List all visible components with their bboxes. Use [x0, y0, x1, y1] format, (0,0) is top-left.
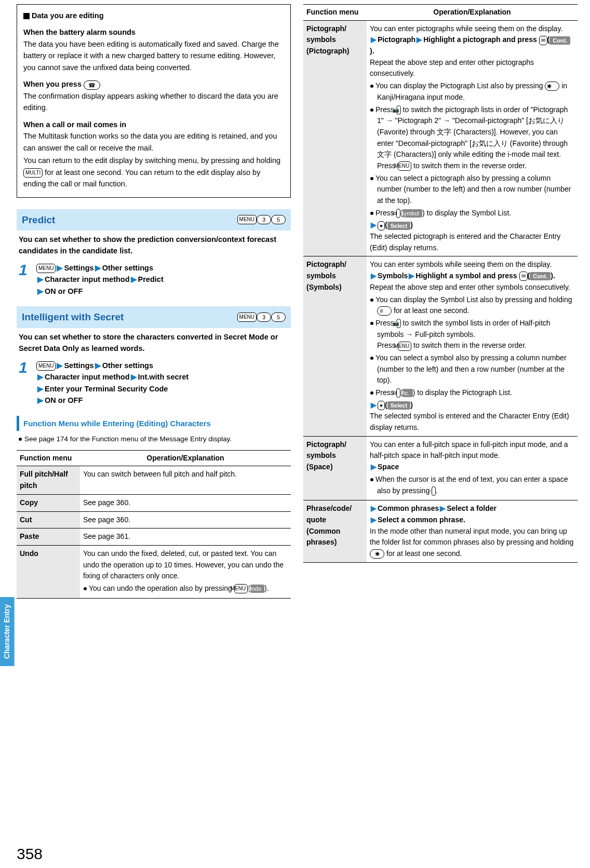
hash-key-icon: # — [377, 306, 392, 316]
arrow-icon: ▶ — [130, 275, 138, 283]
arrow-icon: ▶ — [370, 463, 378, 471]
table-row: Pictograph/ symbols (Pictograph) You can… — [303, 20, 578, 256]
predict-title: Predict — [22, 212, 55, 227]
arrow-icon: ▶ — [408, 272, 415, 280]
key-3-icon: 3 — [257, 313, 271, 322]
star-key-icon: ✱ — [545, 82, 559, 91]
table-row: CopySee page 360. — [17, 494, 291, 511]
menu-key-icon: MENU — [398, 342, 411, 351]
step-number: 1 — [19, 262, 31, 297]
menu-key-icon: MENU — [234, 584, 248, 593]
center-key-icon: ● — [378, 401, 385, 410]
col-function-menu: Function menu — [17, 450, 80, 466]
step-number: 1 — [19, 360, 31, 406]
func-note: See page 174 for the Function menu of th… — [17, 434, 291, 450]
key-3-icon: 3 — [257, 215, 271, 224]
cont-badge: Cont. — [549, 36, 570, 45]
menu-key-icon: MENU — [237, 313, 257, 322]
secret-section-head: Intelligent with Secret MENU35 — [17, 306, 291, 328]
arrow-icon: ▶ — [370, 221, 378, 229]
secret-title: Intelligent with Secret — [22, 309, 124, 324]
phone-key-icon: ☎ — [84, 80, 100, 90]
menu-key-icon: MENU — [36, 361, 56, 371]
mail-key-icon: ✉ — [519, 272, 528, 281]
secret-step-1: 1 MENU▶Settings▶Other settings ▶Characte… — [17, 360, 291, 406]
menu-key-icon: MENU — [237, 215, 257, 224]
info-box: Data you are editing When the battery al… — [17, 4, 291, 198]
info-s3-body1: The Multitask function works so the data… — [23, 130, 284, 154]
key-5-icon: 5 — [271, 215, 286, 224]
arrow-icon: ▶ — [56, 264, 64, 272]
function-table-left: Function menuOperation/Explanation Full … — [17, 450, 291, 599]
table-row: Pictograph/ symbols (Symbols) You can en… — [303, 256, 578, 436]
col-operation: Operation/Explanation — [367, 5, 578, 21]
select-badge: Select — [387, 401, 410, 410]
func-menu-heading: Function Menu while Entering (Editing) C… — [17, 416, 291, 431]
mail-key-icon: ✉ — [539, 36, 547, 45]
info-s3-body2: You can return to the edit display by sw… — [23, 155, 284, 189]
center-key-icon: ● — [378, 221, 385, 230]
undo-badge: Undo — [250, 585, 264, 593]
col-function-menu: Function menu — [303, 5, 367, 21]
arrow-icon: ▶ — [370, 35, 378, 44]
table-row: Pictograph/ symbols (Space) You can ente… — [303, 436, 578, 500]
arrow-icon: ▶ — [36, 385, 45, 393]
secret-shortcut: MENU35 — [237, 313, 286, 322]
key-5-icon: 5 — [271, 313, 286, 322]
symbol-badge: Symbol — [403, 209, 422, 218]
select-badge: Select — [387, 222, 410, 230]
arrow-icon: ▶ — [370, 272, 378, 280]
cont-badge: Cont. — [530, 272, 551, 280]
pic-badge: Pic. — [403, 389, 412, 397]
secret-lead: You can set whether to store the charact… — [17, 331, 291, 355]
info-s3-title: When a call or mail comes in — [23, 119, 284, 130]
function-table-right: Function menuOperation/Explanation Picto… — [303, 4, 578, 563]
arrow-icon: ▶ — [415, 35, 423, 44]
arrow-icon: ▶ — [36, 396, 45, 404]
info-s2-title: When you press ☎ — [23, 78, 284, 90]
predict-shortcut: MENU35 — [237, 215, 286, 224]
camera-key-icon: 📷 — [396, 105, 401, 115]
table-row: CutSee page 360. — [17, 511, 291, 528]
arrow-icon: ▶ — [439, 504, 447, 512]
menu-key-icon: MENU — [398, 161, 411, 171]
info-s2-body: The confirmation display appears asking … — [23, 90, 284, 114]
arrow-icon: ▶ — [36, 287, 45, 295]
arrow-icon: ▶ — [36, 275, 45, 283]
arrow-icon: ▶ — [370, 504, 378, 512]
table-row: Full pitch/Half pitchYou can switch betw… — [17, 466, 291, 494]
info-title: Data you are editing — [32, 11, 104, 20]
arrow-icon: ▶ — [94, 264, 102, 272]
info-s1-title: When the battery alarm sounds — [23, 26, 284, 38]
camera-key-icon: 📷 — [396, 319, 401, 328]
col-operation: Operation/Explanation — [80, 450, 291, 466]
arrow-icon: ▶ — [56, 361, 64, 370]
arrow-icon: ▶ — [370, 401, 378, 409]
arrow-icon: ▶ — [36, 373, 45, 381]
arrow-icon: ▶ — [130, 373, 138, 381]
table-row: Phrase/code/ quote (Common phrases) ▶Com… — [303, 500, 578, 562]
predict-step-1: 1 MENU▶Settings▶Other settings ▶Characte… — [17, 262, 291, 297]
menu-key-icon: MENU — [36, 264, 56, 273]
predict-lead: You can set whether to show the predicti… — [17, 234, 291, 257]
table-row: PasteSee page 361. — [17, 528, 291, 546]
star-key-icon: ✱ — [370, 549, 384, 559]
right-key-icon: ○ — [432, 486, 436, 496]
arrow-icon: ▶ — [94, 361, 102, 370]
multi-key-icon: MULTI — [23, 168, 43, 178]
info-s1-body: The data you have been editing is automa… — [23, 38, 284, 73]
table-row: Undo You can undo the fixed, deleted, cu… — [17, 545, 291, 598]
predict-section-head: Predict MENU35 — [17, 209, 291, 230]
arrow-icon: ▶ — [370, 516, 378, 524]
